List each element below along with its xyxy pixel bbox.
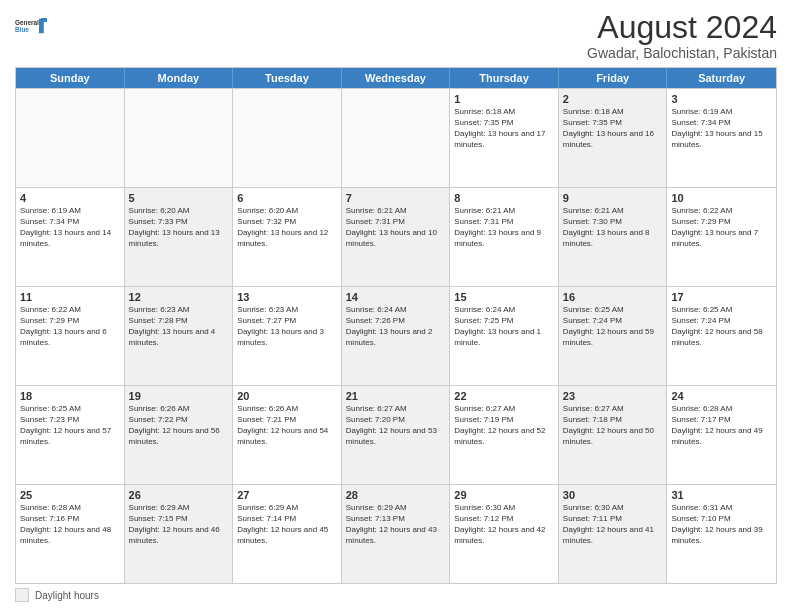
page: GeneralBlue August 2024 Gwadar, Balochis… <box>0 0 792 612</box>
calendar-cell: 27Sunrise: 6:29 AM Sunset: 7:14 PM Dayli… <box>233 485 342 583</box>
day-number: 8 <box>454 191 554 205</box>
cell-info: Sunrise: 6:25 AM Sunset: 7:23 PM Dayligh… <box>20 404 120 447</box>
calendar-cell: 15Sunrise: 6:24 AM Sunset: 7:25 PM Dayli… <box>450 287 559 385</box>
day-number: 9 <box>563 191 663 205</box>
day-number: 14 <box>346 290 446 304</box>
day-number: 20 <box>237 389 337 403</box>
calendar-cell: 14Sunrise: 6:24 AM Sunset: 7:26 PM Dayli… <box>342 287 451 385</box>
day-number: 16 <box>563 290 663 304</box>
day-number: 18 <box>20 389 120 403</box>
cell-info: Sunrise: 6:19 AM Sunset: 7:34 PM Dayligh… <box>20 206 120 249</box>
calendar-cell: 2Sunrise: 6:18 AM Sunset: 7:35 PM Daylig… <box>559 89 668 187</box>
svg-marker-3 <box>41 18 47 22</box>
cell-info: Sunrise: 6:23 AM Sunset: 7:27 PM Dayligh… <box>237 305 337 348</box>
svg-text:General: General <box>15 19 39 26</box>
legend-label: Daylight hours <box>35 590 99 601</box>
cell-info: Sunrise: 6:25 AM Sunset: 7:24 PM Dayligh… <box>671 305 772 348</box>
calendar-cell: 13Sunrise: 6:23 AM Sunset: 7:27 PM Dayli… <box>233 287 342 385</box>
day-number: 21 <box>346 389 446 403</box>
day-number: 7 <box>346 191 446 205</box>
day-number: 11 <box>20 290 120 304</box>
logo: GeneralBlue <box>15 10 47 42</box>
calendar-row: 25Sunrise: 6:28 AM Sunset: 7:16 PM Dayli… <box>16 484 776 583</box>
calendar-cell <box>233 89 342 187</box>
cell-info: Sunrise: 6:30 AM Sunset: 7:11 PM Dayligh… <box>563 503 663 546</box>
calendar-cell: 21Sunrise: 6:27 AM Sunset: 7:20 PM Dayli… <box>342 386 451 484</box>
calendar-cell: 10Sunrise: 6:22 AM Sunset: 7:29 PM Dayli… <box>667 188 776 286</box>
cell-info: Sunrise: 6:29 AM Sunset: 7:14 PM Dayligh… <box>237 503 337 546</box>
cell-info: Sunrise: 6:23 AM Sunset: 7:28 PM Dayligh… <box>129 305 229 348</box>
cell-info: Sunrise: 6:22 AM Sunset: 7:29 PM Dayligh… <box>20 305 120 348</box>
day-number: 13 <box>237 290 337 304</box>
calendar-cell: 18Sunrise: 6:25 AM Sunset: 7:23 PM Dayli… <box>16 386 125 484</box>
calendar-cell: 6Sunrise: 6:20 AM Sunset: 7:32 PM Daylig… <box>233 188 342 286</box>
cell-info: Sunrise: 6:31 AM Sunset: 7:10 PM Dayligh… <box>671 503 772 546</box>
day-number: 17 <box>671 290 772 304</box>
calendar-cell: 28Sunrise: 6:29 AM Sunset: 7:13 PM Dayli… <box>342 485 451 583</box>
calendar-cell: 11Sunrise: 6:22 AM Sunset: 7:29 PM Dayli… <box>16 287 125 385</box>
calendar-day-header: Thursday <box>450 68 559 88</box>
calendar-cell: 24Sunrise: 6:28 AM Sunset: 7:17 PM Dayli… <box>667 386 776 484</box>
calendar-cell: 22Sunrise: 6:27 AM Sunset: 7:19 PM Dayli… <box>450 386 559 484</box>
day-number: 3 <box>671 92 772 106</box>
calendar-cell: 19Sunrise: 6:26 AM Sunset: 7:22 PM Dayli… <box>125 386 234 484</box>
cell-info: Sunrise: 6:27 AM Sunset: 7:19 PM Dayligh… <box>454 404 554 447</box>
calendar-cell: 30Sunrise: 6:30 AM Sunset: 7:11 PM Dayli… <box>559 485 668 583</box>
calendar-cell: 26Sunrise: 6:29 AM Sunset: 7:15 PM Dayli… <box>125 485 234 583</box>
calendar-body: 1Sunrise: 6:18 AM Sunset: 7:35 PM Daylig… <box>16 88 776 583</box>
calendar-cell <box>125 89 234 187</box>
calendar-day-header: Sunday <box>16 68 125 88</box>
day-number: 22 <box>454 389 554 403</box>
calendar-day-header: Saturday <box>667 68 776 88</box>
cell-info: Sunrise: 6:27 AM Sunset: 7:20 PM Dayligh… <box>346 404 446 447</box>
legend: Daylight hours <box>15 588 777 602</box>
cell-info: Sunrise: 6:28 AM Sunset: 7:17 PM Dayligh… <box>671 404 772 447</box>
calendar-cell: 1Sunrise: 6:18 AM Sunset: 7:35 PM Daylig… <box>450 89 559 187</box>
cell-info: Sunrise: 6:21 AM Sunset: 7:30 PM Dayligh… <box>563 206 663 249</box>
month-title: August 2024 <box>587 10 777 45</box>
cell-info: Sunrise: 6:28 AM Sunset: 7:16 PM Dayligh… <box>20 503 120 546</box>
calendar-day-header: Tuesday <box>233 68 342 88</box>
day-number: 25 <box>20 488 120 502</box>
cell-info: Sunrise: 6:22 AM Sunset: 7:29 PM Dayligh… <box>671 206 772 249</box>
day-number: 5 <box>129 191 229 205</box>
day-number: 24 <box>671 389 772 403</box>
logo-icon: GeneralBlue <box>15 10 47 42</box>
calendar-row: 11Sunrise: 6:22 AM Sunset: 7:29 PM Dayli… <box>16 286 776 385</box>
cell-info: Sunrise: 6:21 AM Sunset: 7:31 PM Dayligh… <box>346 206 446 249</box>
cell-info: Sunrise: 6:27 AM Sunset: 7:18 PM Dayligh… <box>563 404 663 447</box>
calendar-cell: 9Sunrise: 6:21 AM Sunset: 7:30 PM Daylig… <box>559 188 668 286</box>
calendar-day-header: Friday <box>559 68 668 88</box>
cell-info: Sunrise: 6:24 AM Sunset: 7:25 PM Dayligh… <box>454 305 554 348</box>
calendar-cell: 25Sunrise: 6:28 AM Sunset: 7:16 PM Dayli… <box>16 485 125 583</box>
calendar-cell: 29Sunrise: 6:30 AM Sunset: 7:12 PM Dayli… <box>450 485 559 583</box>
cell-info: Sunrise: 6:29 AM Sunset: 7:13 PM Dayligh… <box>346 503 446 546</box>
cell-info: Sunrise: 6:30 AM Sunset: 7:12 PM Dayligh… <box>454 503 554 546</box>
calendar: SundayMondayTuesdayWednesdayThursdayFrid… <box>15 67 777 584</box>
day-number: 26 <box>129 488 229 502</box>
calendar-cell: 16Sunrise: 6:25 AM Sunset: 7:24 PM Dayli… <box>559 287 668 385</box>
day-number: 15 <box>454 290 554 304</box>
day-number: 27 <box>237 488 337 502</box>
title-block: August 2024 Gwadar, Balochistan, Pakista… <box>587 10 777 61</box>
calendar-day-header: Wednesday <box>342 68 451 88</box>
cell-info: Sunrise: 6:19 AM Sunset: 7:34 PM Dayligh… <box>671 107 772 150</box>
calendar-cell: 7Sunrise: 6:21 AM Sunset: 7:31 PM Daylig… <box>342 188 451 286</box>
day-number: 4 <box>20 191 120 205</box>
calendar-cell: 17Sunrise: 6:25 AM Sunset: 7:24 PM Dayli… <box>667 287 776 385</box>
location-subtitle: Gwadar, Balochistan, Pakistan <box>587 45 777 61</box>
cell-info: Sunrise: 6:25 AM Sunset: 7:24 PM Dayligh… <box>563 305 663 348</box>
legend-box <box>15 588 29 602</box>
calendar-row: 1Sunrise: 6:18 AM Sunset: 7:35 PM Daylig… <box>16 88 776 187</box>
header: GeneralBlue August 2024 Gwadar, Balochis… <box>15 10 777 61</box>
day-number: 6 <box>237 191 337 205</box>
cell-info: Sunrise: 6:20 AM Sunset: 7:33 PM Dayligh… <box>129 206 229 249</box>
day-number: 1 <box>454 92 554 106</box>
calendar-cell: 8Sunrise: 6:21 AM Sunset: 7:31 PM Daylig… <box>450 188 559 286</box>
calendar-cell: 12Sunrise: 6:23 AM Sunset: 7:28 PM Dayli… <box>125 287 234 385</box>
calendar-row: 4Sunrise: 6:19 AM Sunset: 7:34 PM Daylig… <box>16 187 776 286</box>
cell-info: Sunrise: 6:26 AM Sunset: 7:22 PM Dayligh… <box>129 404 229 447</box>
cell-info: Sunrise: 6:21 AM Sunset: 7:31 PM Dayligh… <box>454 206 554 249</box>
day-number: 23 <box>563 389 663 403</box>
calendar-cell: 4Sunrise: 6:19 AM Sunset: 7:34 PM Daylig… <box>16 188 125 286</box>
